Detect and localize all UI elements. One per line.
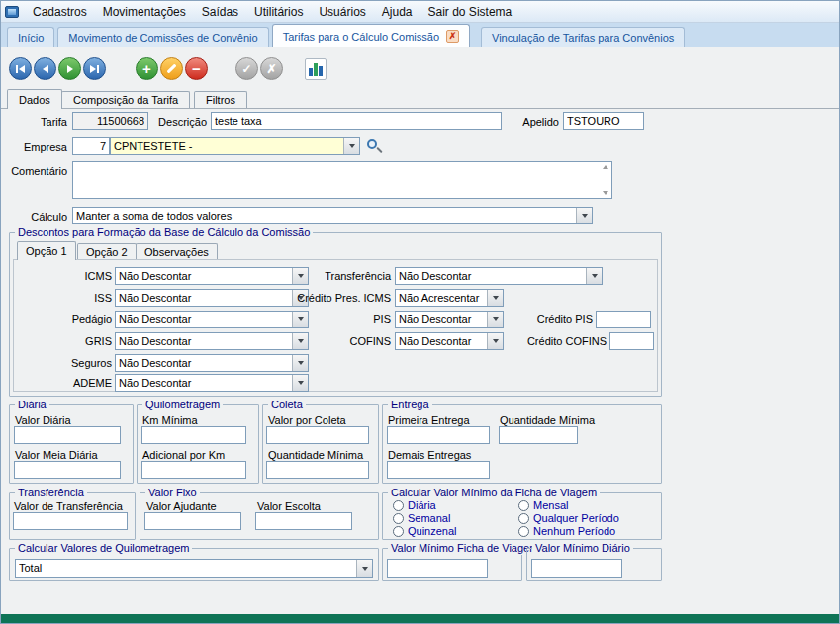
ademe-combobox[interactable]: Não Descontar (115, 374, 309, 392)
empresa-combobox[interactable]: CPNTESTETE - (110, 137, 360, 155)
primeira-entrega-field[interactable] (387, 426, 490, 444)
dropdown-arrow-icon[interactable] (292, 333, 308, 349)
demais-entregas-field[interactable] (387, 461, 490, 479)
descricao-field[interactable] (211, 112, 502, 130)
dropdown-arrow-icon[interactable] (292, 355, 308, 371)
credito-pres-icms-combobox[interactable]: Não Acrescentar (395, 289, 504, 307)
dropdown-arrow-icon[interactable] (487, 333, 503, 349)
valor-escolta-label: Valor Escolta (257, 500, 321, 512)
tab-dados[interactable]: Dados (7, 89, 62, 109)
radio-mensal-label: Mensal (533, 499, 568, 511)
adicional-km-field[interactable] (141, 461, 246, 479)
scroll-down-icon[interactable] (603, 191, 608, 195)
valor-coleta-field[interactable] (266, 426, 369, 444)
next-record-button[interactable] (58, 57, 81, 80)
tab-composicao-tarifa[interactable]: Composição da Tarifa (61, 91, 190, 108)
cross-icon: ✗ (266, 63, 276, 75)
edit-button[interactable] (160, 57, 183, 80)
cofins-combobox[interactable]: Não Descontar (395, 332, 504, 350)
last-record-icon (90, 65, 99, 73)
tab-vinculacao-tarifas[interactable]: Vinculação de Tarifas para Convênios (481, 27, 685, 47)
dropdown-arrow-icon[interactable] (586, 268, 602, 284)
transferencia-combobox[interactable]: Não Descontar (395, 267, 603, 285)
first-record-icon (16, 65, 25, 73)
tab-movimento-comissoes[interactable]: Movimento de Comissões de Convênio (57, 27, 268, 47)
comentario-textarea[interactable] (74, 163, 597, 197)
calc-km-combobox[interactable]: Total (15, 559, 373, 578)
last-record-button[interactable] (83, 57, 106, 80)
tab-tarifas-calculo[interactable]: Tarifas para o Cálculo Comissão ✗ (272, 24, 470, 47)
dropdown-arrow-icon[interactable] (292, 312, 308, 327)
menu-item-movimentacoes[interactable]: Movimentações (95, 2, 194, 22)
pedagio-combobox[interactable]: Não Descontar (115, 311, 309, 328)
pencil-icon (167, 64, 177, 74)
radio-semanal[interactable]: Semanal (393, 512, 450, 524)
valor-ajudante-field[interactable] (144, 512, 241, 530)
tab-observacoes-label: Observações (144, 246, 209, 258)
next-record-icon (67, 65, 73, 73)
valor-meia-diaria-field[interactable] (14, 461, 121, 479)
iss-combobox[interactable]: Não Descontar (115, 289, 309, 307)
menu-item-cadastros[interactable]: Cadastros (25, 2, 95, 22)
insert-button[interactable]: + (136, 57, 158, 80)
credito-pis-label: Crédito PIS (529, 313, 593, 325)
radio-diaria[interactable]: Diária (393, 499, 436, 511)
tab-opcao-2[interactable]: Opção 2 (77, 243, 137, 259)
icms-combobox[interactable]: Não Descontar (115, 267, 309, 285)
menu-item-usuarios[interactable]: Usuários (311, 2, 373, 22)
scroll-up-icon[interactable] (603, 165, 608, 169)
tab-opcao-1[interactable]: Opção 1 (17, 241, 76, 260)
entrega-qtd-minima-label: Quantidade Mínima (500, 414, 595, 426)
credito-pis-field[interactable] (596, 311, 651, 328)
tab-inicio[interactable]: Início (7, 27, 54, 47)
empresa-code-field[interactable] (72, 137, 110, 155)
dropdown-arrow-icon[interactable] (343, 138, 359, 154)
seguros-combobox[interactable]: Não Descontar (115, 354, 309, 372)
km-minima-field[interactable] (141, 426, 246, 444)
valor-transferencia-field[interactable] (13, 512, 128, 530)
radio-quinzenal[interactable]: Quinzenal (393, 525, 457, 537)
valor-min-diario-field[interactable] (531, 559, 622, 578)
dropdown-arrow-icon[interactable] (487, 312, 503, 327)
first-record-button[interactable] (9, 57, 32, 80)
close-tab-icon[interactable]: ✗ (446, 30, 459, 43)
radio-circle-icon (393, 526, 404, 537)
dropdown-arrow-icon[interactable] (487, 290, 503, 306)
tarifa-field[interactable] (72, 112, 148, 130)
delete-button[interactable]: − (185, 57, 208, 80)
radio-circle-icon (518, 513, 529, 524)
coleta-qtd-minima-field[interactable] (266, 461, 369, 479)
menu-item-saidas[interactable]: Saídas (194, 2, 246, 22)
credito-cofins-label: Crédito COFINS (515, 335, 607, 347)
radio-nenhum-periodo-label: Nenhum Período (533, 525, 615, 537)
previous-record-button[interactable] (34, 57, 56, 80)
pis-combobox[interactable]: Não Descontar (395, 311, 504, 328)
tab-opcao-2-label: Opção 2 (86, 246, 128, 258)
valor-min-ficha-field[interactable] (387, 559, 488, 578)
tab-observacoes[interactable]: Observações (136, 243, 218, 259)
dropdown-arrow-icon[interactable] (576, 208, 592, 223)
radio-nenhum-periodo[interactable]: Nenhum Período (518, 525, 615, 537)
menu-item-sair-do-sistema[interactable]: Sair do Sistema (420, 2, 520, 22)
cancel-button[interactable]: ✗ (260, 57, 283, 80)
apelido-field[interactable] (563, 112, 644, 130)
dropdown-arrow-icon[interactable] (356, 560, 372, 577)
search-icon[interactable] (366, 138, 383, 155)
tab-filtros[interactable]: Filtros (194, 91, 247, 108)
valor-escolta-field[interactable] (255, 512, 352, 530)
confirm-button[interactable]: ✓ (235, 57, 258, 80)
pis-value: Não Descontar (399, 312, 485, 327)
credito-cofins-field[interactable] (609, 332, 654, 350)
dropdown-arrow-icon[interactable] (292, 375, 308, 391)
menu-item-ajuda[interactable]: Ajuda (374, 2, 420, 22)
entrega-qtd-minima-field[interactable] (499, 426, 578, 444)
chart-button[interactable] (305, 58, 327, 80)
radio-mensal[interactable]: Mensal (518, 499, 568, 511)
radio-qualquer-periodo[interactable]: Qualquer Período (518, 512, 619, 524)
calculo-combobox[interactable]: Manter a soma de todos valores (72, 207, 593, 224)
menu-item-utilitarios[interactable]: Utilitários (246, 2, 311, 22)
gris-combobox[interactable]: Não Descontar (115, 332, 309, 350)
valor-diaria-field[interactable] (14, 426, 121, 444)
seguros-value: Não Descontar (119, 356, 290, 371)
radio-semanal-label: Semanal (408, 512, 450, 524)
